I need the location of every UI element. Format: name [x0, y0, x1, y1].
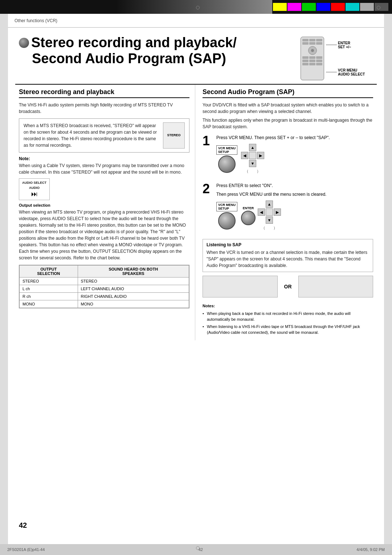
table-cell-stereo-sel: STEREO [20, 278, 78, 285]
right-sidebar [384, 14, 392, 544]
note-label: Note: [19, 156, 189, 161]
color-block-red [331, 3, 345, 11]
title-bullet-icon [19, 38, 29, 48]
page-title-area: Stereo recording and playback/ Second Au… [8, 28, 384, 84]
registration-mark-bottom [196, 546, 200, 550]
vcr-setup-button-1 [218, 155, 236, 173]
table-col1-header: OUTPUT SELECTION [20, 266, 78, 278]
table-cell-stereo-sound: STEREO [78, 278, 189, 285]
nav-center-1 [249, 152, 256, 159]
notes-section: Notes: When playing back a tape that is … [203, 301, 373, 336]
left-section-heading: Stereo recording and playback [19, 88, 189, 98]
step1-number: 1 [203, 134, 213, 147]
table-cell-rch-sound: RIGHT CHANNEL AUDIO [78, 293, 189, 300]
footer-left: 2FS0201A (E)p41-44 [7, 547, 45, 552]
nav-right-1: ▶ [257, 152, 264, 159]
sap-box: Listening to SAP When the VCR is turned … [203, 239, 373, 272]
nav-up-2: ▲ [266, 200, 273, 208]
note-bullet-1: When playing back a tape that is not rec… [203, 311, 373, 323]
note-text-2: When listening to a VHS Hi-Fi video tape… [207, 324, 360, 335]
stereo-box-text: When a MTS STEREO broadcast is received,… [24, 123, 157, 148]
nav-down-1: ▼ [249, 160, 256, 167]
note-bullet-2: When listening to a VHS Hi-Fi video tape… [203, 324, 373, 336]
table-cell-lch-sound: LEFT CHANNEL AUDIO [78, 285, 189, 293]
remote-vcr-menu-label: VCR MENU [338, 68, 365, 72]
footer-right: 4/4/05, 9:02 PM [356, 547, 385, 552]
stereo-screen: STEREO [163, 122, 185, 149]
color-block-green [302, 3, 316, 11]
notes-title: Notes: [203, 303, 373, 309]
two-column-layout: Stereo recording and playback The VHS Hi… [15, 85, 377, 340]
right-column: Second Audio Program (SAP) Your DVD/VCR … [195, 85, 377, 340]
audio-select-label: AUDIO SELECT [22, 181, 46, 186]
audio-icon: ⏭ [31, 190, 38, 198]
nav-left-1: ◀ [241, 152, 248, 159]
parens-row-1: （ ） [245, 169, 261, 174]
left-sidebar [0, 14, 8, 544]
vcr-menu-diagram-2: VCR MENU SETUP ENTER ▲ [216, 200, 373, 231]
page-title-block: Stereo recording and playback/ Second Au… [19, 35, 293, 66]
table-cell-rch-sel: R ch [20, 293, 78, 300]
color-block-lightgray [360, 3, 374, 11]
sap-box-title: Listening to SAP [207, 242, 369, 247]
step1-text: Press VCR MENU. Then press SET + or – to… [216, 134, 373, 141]
nav-center-2 [266, 208, 273, 216]
color-block-yellow [273, 3, 287, 11]
color-block-blue [317, 3, 330, 11]
remote-diagram: ENTER SET +/– VCR MENU AUDIO SELECT [301, 35, 373, 80]
right-section-heading: Second Audio Program (SAP) [203, 88, 373, 98]
color-block-magenta [287, 3, 301, 11]
table-cell-mono-sound: MONO [78, 300, 189, 308]
step2-subtext: Then press VCR MENU until the menu scree… [216, 191, 373, 198]
step1: 1 Press VCR MENU. Then press SET + or – … [203, 134, 373, 177]
table-row: L ch LEFT CHANNEL AUDIO [20, 285, 189, 293]
or-box-left [203, 276, 278, 297]
page-title: Stereo recording and playback/ Second Au… [19, 35, 293, 66]
nav-right-2: ▶ [274, 208, 281, 216]
bottom-bar: 2FS0201A (E)p41-44 42 4/4/05, 9:02 PM [0, 544, 392, 555]
title-line2: Second Audio Program (SAP) [32, 51, 226, 66]
stereo-screen-label: STEREO [167, 133, 180, 138]
or-box-right [298, 276, 373, 297]
or-label: OR [281, 284, 295, 289]
step2-text: Press ENTER to select "ON". [216, 182, 373, 189]
remote-audio-select-label: AUDIO SELECT [338, 72, 365, 76]
top-bar-gradient [116, 0, 272, 14]
or-section: OR [203, 276, 373, 297]
table-row: MONO MONO [20, 300, 189, 308]
nav-left-2: ◀ [258, 208, 265, 216]
vcr-menu-diagram-1: VCR MENU SETUP ▲ ◀ ▶ [216, 144, 373, 174]
step2-content: Press ENTER to select "ON". Then press V… [216, 182, 373, 234]
right-intro1: Your DVD/VCR is fitted with a SAP broadc… [203, 102, 373, 115]
table-cell-lch-sel: L ch [20, 285, 78, 293]
audio-label: AUDIO [29, 186, 40, 191]
vcr-menu-label-2: VCR MENU SETUP [216, 202, 237, 211]
nav-up-1: ▲ [249, 144, 256, 151]
left-column: Stereo recording and playback The VHS Hi… [15, 85, 195, 340]
main-content: Other functions (VCR) Stereo recording a… [8, 14, 384, 544]
output-text: When viewing an MTS stereo TV program, o… [19, 209, 189, 261]
vcr-menu-label-1: VCR MENU SETUP [216, 145, 237, 155]
left-intro-text: The VHS Hi-Fi audio system permits high … [19, 102, 189, 115]
title-line1: Stereo recording and playback/ [31, 35, 237, 50]
table-col2-header: SOUND HEARD ON BOTH SPEAKERS [78, 266, 189, 278]
registration-mark-top [196, 6, 200, 9]
color-blocks [272, 0, 392, 14]
vcr-setup-button-2 [218, 212, 236, 230]
table-cell-mono-sel: MONO [20, 300, 78, 308]
step2-number: 2 [203, 182, 213, 195]
table-row: R ch RIGHT CHANNEL AUDIO [20, 293, 189, 300]
audio-select-box: AUDIO SELECT AUDIO ⏭ [19, 178, 50, 200]
stereo-box: When a MTS STEREO broadcast is received,… [19, 118, 189, 153]
step1-content: Press VCR MENU. Then press SET + or – to… [216, 134, 373, 177]
top-bar-black [0, 0, 116, 14]
color-block-cyan [346, 3, 359, 11]
nav-down-2: ▼ [266, 216, 273, 224]
output-table: OUTPUT SELECTION SOUND HEARD ON BOTH SPE… [19, 265, 189, 308]
enter-label: ENTER [243, 206, 254, 210]
registration-mark-top-right [377, 6, 380, 9]
note-text-1: When playing back a tape that is not rec… [207, 311, 351, 322]
step2: 2 Press ENTER to select "ON". Then press… [203, 182, 373, 234]
breadcrumb-text: Other functions (VCR) [15, 18, 57, 23]
enter-button [241, 211, 256, 225]
